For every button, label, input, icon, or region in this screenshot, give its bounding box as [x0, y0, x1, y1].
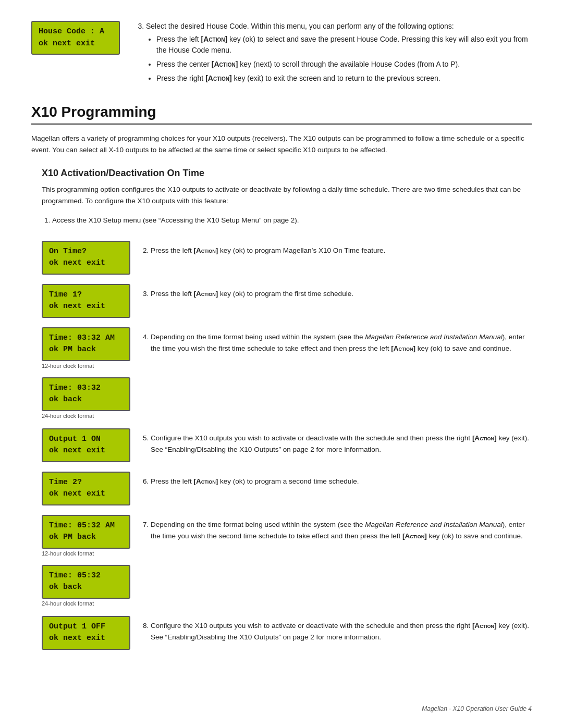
- time-0332-24h-line1: Time: 03:32: [49, 382, 123, 394]
- step-7-text: Depending on the time format being used …: [151, 515, 532, 541]
- time-0532am-lcd: Time: 05:32 AM ok PM back: [42, 515, 130, 549]
- time2-line2: ok next exit: [49, 488, 123, 500]
- time-0332-24h-line2: ok back: [49, 394, 123, 406]
- step-3-text: Press the left [Action] key (ok) to prog…: [151, 284, 532, 300]
- step-7-block: Time: 05:32 AM ok PM back 12-hour clock …: [42, 515, 532, 607]
- step-4: Depending on the time format being used …: [151, 331, 532, 354]
- step-7: Depending on the time format being used …: [151, 519, 532, 541]
- step-8-block: Output 1 OFF ok next exit Configure the …: [42, 616, 532, 650]
- time-0532-24h-line2: ok back: [49, 582, 123, 594]
- section-intro: Magellan offers a variety of programming…: [31, 133, 532, 155]
- step-5: Configure the X10 outputs you wish to ac…: [151, 433, 532, 455]
- step-3-lcd-area: Time 1? ok next exit: [42, 284, 138, 318]
- time2-line1: Time 2?: [49, 477, 123, 489]
- output1-off-lcd: Output 1 OFF ok next exit: [42, 616, 130, 650]
- time1-lcd-line2: ok next exit: [49, 301, 123, 313]
- step-8: Configure the X10 outputs you wish to ac…: [151, 620, 532, 643]
- footer: Magellan - X10 Operation User Guide 4: [422, 705, 532, 712]
- time1-lcd: Time 1? ok next exit: [42, 284, 130, 318]
- time-0332am-line1: Time: 03:32 AM: [49, 332, 123, 344]
- output1-off-line1: Output 1 OFF: [49, 621, 123, 633]
- step-4-text: Depending on the time format being used …: [151, 327, 532, 354]
- time2-lcd: Time 2? ok next exit: [42, 472, 130, 505]
- time-0332am-lcd: Time: 03:32 AM ok PM back: [42, 327, 130, 361]
- step-7-lcd-area: Time: 05:32 AM ok PM back 12-hour clock …: [42, 515, 138, 607]
- step-2-block: On Time? ok next exit Press the left [Ac…: [42, 241, 532, 275]
- on-time-lcd: On Time? ok next exit: [42, 241, 130, 275]
- time-0332-24h-lcd: Time: 03:32 ok back: [42, 377, 130, 411]
- section-title: X10 Programming: [31, 104, 532, 125]
- output1-on-line1: Output 1 ON: [49, 434, 123, 446]
- clock-label-24hr-1: 24-hour clock format: [42, 413, 94, 419]
- time-0332am-line2: ok PM back: [49, 344, 123, 356]
- clock-label-24hr-2: 24-hour clock format: [42, 600, 94, 607]
- time-0532am-line2: ok PM back: [49, 532, 123, 544]
- on-time-lcd-line2: ok next exit: [49, 257, 123, 269]
- lcd-line1: House Code : A: [39, 26, 113, 38]
- time-0532-24h-lcd: Time: 05:32 ok back: [42, 565, 130, 599]
- step-3: Press the left [Action] key (ok) to prog…: [151, 288, 532, 300]
- action-key-1: [Action]: [201, 35, 228, 43]
- step-1: Access the X10 Setup menu (see “Accessin…: [52, 215, 532, 226]
- lcd-line2: ok next exit: [39, 38, 113, 50]
- action-key-3: [Action]: [205, 74, 232, 82]
- step-6-text: Press the left [Action] key (ok) to prog…: [151, 472, 532, 487]
- bullet-2: Press the center [Action] key (next) to …: [156, 59, 532, 70]
- time-0532-24h-line1: Time: 05:32: [49, 570, 123, 582]
- step-5-text: Configure the X10 outputs you wish to ac…: [151, 428, 532, 455]
- top-section: House Code : A ok next exit Select the d…: [31, 21, 532, 88]
- step3-intro: Select the desired House Code. Within th…: [146, 22, 454, 30]
- step-3-block: Time 1? ok next exit Press the left [Act…: [42, 284, 532, 318]
- clock-label-12hr-2: 12-hour clock format: [42, 550, 94, 557]
- step-6: Press the left [Action] key (ok) to prog…: [151, 476, 532, 487]
- step-2: Press the left [Action] key (ok) to prog…: [151, 245, 532, 256]
- clock-label-12hr-1: 12-hour clock format: [42, 363, 94, 369]
- step-4-block: Time: 03:32 AM ok PM back 12-hour clock …: [42, 327, 532, 419]
- top-text-content: Select the desired House Code. Within th…: [136, 21, 532, 88]
- step-1-block: Access the X10 Setup menu (see “Accessin…: [42, 215, 532, 231]
- step-8-text: Configure the X10 outputs you wish to ac…: [151, 616, 532, 643]
- step-6-lcd-area: Time 2? ok next exit: [42, 472, 138, 505]
- subsection-intro: This programming option configures the X…: [42, 184, 532, 206]
- subsection-title: X10 Activation/Deactivation On Time: [42, 168, 532, 179]
- step-6-block: Time 2? ok next exit Press the left [Act…: [42, 472, 532, 505]
- on-time-lcd-line1: On Time?: [49, 246, 123, 258]
- time-0532am-line1: Time: 05:32 AM: [49, 520, 123, 532]
- step-2-lcd-area: On Time? ok next exit: [42, 241, 138, 275]
- time1-lcd-line1: Time 1?: [49, 289, 123, 301]
- bullet-3: Press the right [Action] key (exit) to e…: [156, 73, 532, 84]
- step-5-block: Output 1 ON ok next exit Configure the X…: [42, 428, 532, 462]
- step-5-lcd-area: Output 1 ON ok next exit: [42, 428, 138, 462]
- output1-on-lcd: Output 1 ON ok next exit: [42, 428, 130, 462]
- step-2-text: Press the left [Action] key (ok) to prog…: [151, 241, 532, 256]
- subsection: X10 Activation/Deactivation On Time This…: [42, 168, 532, 650]
- output1-off-line2: ok next exit: [49, 633, 123, 645]
- step-4-lcd-area: Time: 03:32 AM ok PM back 12-hour clock …: [42, 327, 138, 419]
- house-code-lcd: House Code : A ok next exit: [31, 21, 120, 55]
- output1-on-line2: ok next exit: [49, 445, 123, 457]
- step-1-text-area: Access the X10 Setup menu (see “Accessin…: [42, 215, 532, 231]
- step-8-lcd-area: Output 1 OFF ok next exit: [42, 616, 138, 650]
- bullet-1: Press the left [Action] key (ok) to sele…: [156, 34, 532, 56]
- action-key-2: [Action]: [212, 60, 238, 68]
